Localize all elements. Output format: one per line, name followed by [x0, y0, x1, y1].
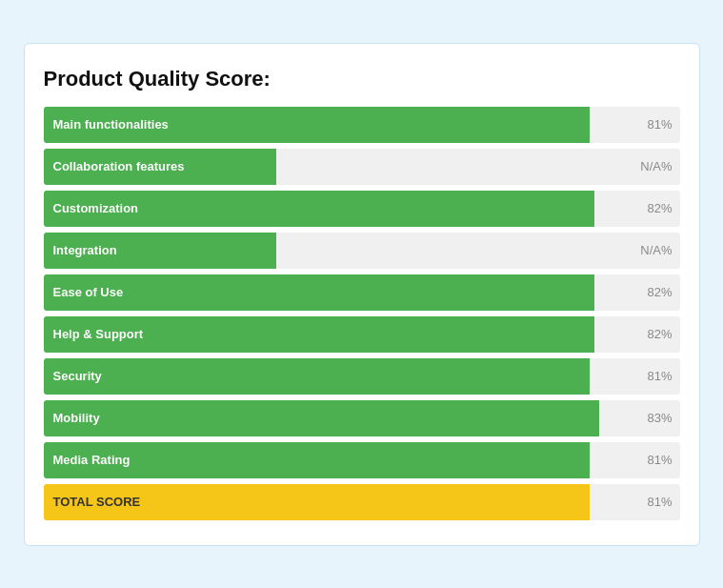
- score-row: Help & Support82%: [44, 316, 680, 353]
- score-row: Security81%: [44, 358, 680, 395]
- bar-fill: [206, 316, 594, 353]
- bar-container: 82%: [206, 316, 680, 353]
- bar-container: 82%: [206, 191, 680, 227]
- row-label: Customization: [44, 191, 206, 227]
- row-percentage: 82%: [647, 201, 672, 215]
- bar-fill: [206, 484, 590, 520]
- bar-fill: [206, 107, 590, 143]
- bar-fill: [206, 191, 594, 227]
- row-label: Main functionalities: [44, 107, 206, 143]
- score-row: IntegrationN/A%: [44, 233, 680, 269]
- bar-container: 82%: [206, 274, 680, 311]
- row-percentage: 82%: [647, 285, 672, 299]
- bar-container: 81%: [206, 358, 680, 395]
- row-percentage: 81%: [647, 369, 672, 383]
- bar-fill: [206, 149, 277, 185]
- score-row: Customization82%: [44, 191, 680, 227]
- row-percentage: 81%: [647, 495, 672, 509]
- row-percentage: 82%: [647, 327, 672, 341]
- score-row: Collaboration featuresN/A%: [44, 149, 680, 185]
- card-title: Product Quality Score:: [44, 67, 680, 91]
- bar-fill: [206, 233, 277, 269]
- score-row: Main functionalities81%: [44, 107, 680, 143]
- row-label: Security: [44, 358, 206, 395]
- row-percentage: N/A%: [640, 159, 672, 173]
- score-row: Media Rating81%: [44, 442, 680, 478]
- bar-container: 81%: [206, 107, 680, 143]
- bar-container: 83%: [206, 400, 680, 436]
- row-label: Ease of Use: [44, 274, 206, 311]
- bar-fill: [206, 274, 594, 311]
- bar-fill: [206, 400, 599, 436]
- row-label: Collaboration features: [44, 149, 206, 185]
- score-card: Product Quality Score: Main functionalit…: [24, 43, 700, 546]
- row-label: Mobility: [44, 400, 206, 436]
- row-percentage: N/A%: [640, 243, 672, 257]
- row-percentage: 81%: [647, 117, 672, 132]
- bar-container: 81%: [206, 442, 680, 478]
- bar-fill: [206, 442, 590, 478]
- bar-container: N/A%: [206, 233, 680, 269]
- row-label: Integration: [44, 233, 206, 269]
- row-percentage: 83%: [647, 411, 672, 425]
- bar-container: N/A%: [206, 149, 680, 185]
- bar-fill: [206, 358, 590, 395]
- score-row: TOTAL SCORE81%: [44, 484, 680, 520]
- row-label: Help & Support: [44, 316, 206, 353]
- bar-container: 81%: [206, 484, 680, 520]
- score-row: Ease of Use82%: [44, 274, 680, 311]
- score-row: Mobility83%: [44, 400, 680, 436]
- row-percentage: 81%: [647, 453, 672, 467]
- row-label: Media Rating: [44, 442, 206, 478]
- row-label: TOTAL SCORE: [44, 484, 206, 520]
